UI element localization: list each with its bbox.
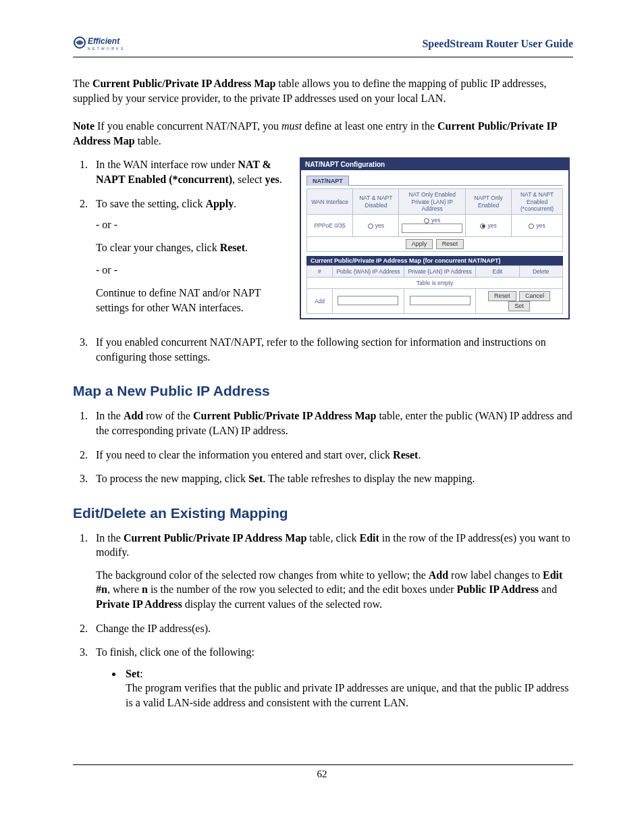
- heading-edit: Edit/Delete an Existing Mapping: [73, 505, 573, 521]
- doc-title: SpeedStream Router User Guide: [422, 38, 573, 50]
- nat-table: WAN Interface NAT & NAPT Disabled NAT On…: [306, 188, 563, 252]
- svg-text:N E T W O R K S: N E T W O R K S: [88, 47, 124, 51]
- edit-step-1: In the Current Public/Private IP Address…: [90, 531, 573, 612]
- page-number: 62: [0, 768, 644, 780]
- radio-concurrent[interactable]: yes: [512, 214, 563, 236]
- map-steps-list: In the Add row of the Current Public/Pri…: [73, 409, 573, 486]
- map-step-3: To process the new mapping, click Set. T…: [90, 471, 573, 486]
- add-label: Add: [307, 289, 333, 314]
- reset-button[interactable]: Reset: [436, 239, 464, 249]
- config-screenshot: NAT/NAPT Configuration NAT/NAPT WAN Inte…: [300, 157, 570, 319]
- map-section-title: Current Public/Private IP Address Map (f…: [306, 256, 563, 265]
- radio-disabled[interactable]: yes: [353, 214, 399, 236]
- page-header: Efficient N E T W O R K S SpeedStream Ro…: [73, 35, 573, 53]
- step-2: To save the setting, click Apply. - or -…: [90, 197, 282, 315]
- set-button[interactable]: Set: [508, 301, 530, 311]
- apply-button[interactable]: Apply: [406, 239, 433, 249]
- table-row: PPPoE 0/35 yes yes yes yes: [307, 214, 563, 236]
- steps-list-left: In the WAN interface row under NAT & NAP…: [73, 157, 282, 315]
- panel-title: NAT/NAPT Configuration: [301, 159, 568, 170]
- edit-step-2: Change the IP address(es).: [90, 621, 573, 636]
- step-1: In the WAN interface row under NAT & NAP…: [90, 157, 282, 186]
- intro-paragraph: The Current Public/Private IP Address Ma…: [73, 76, 573, 105]
- cancel-button[interactable]: Cancel: [519, 291, 550, 301]
- reset-button-2[interactable]: Reset: [488, 291, 516, 301]
- map-step-2: If you need to clear the information you…: [90, 448, 573, 463]
- private-ip-input-2[interactable]: [410, 296, 471, 305]
- logo: Efficient N E T W O R K S: [73, 35, 128, 53]
- radio-napt-only[interactable]: yes: [465, 214, 511, 236]
- map-step-1: In the Add row of the Current Public/Pri…: [90, 409, 573, 438]
- edit-steps-list: In the Current Public/Private IP Address…: [73, 531, 573, 710]
- note-paragraph: Note If you enable concurrent NAT/NAPT, …: [73, 119, 573, 148]
- header-rule: [73, 57, 573, 57]
- radio-nat-only[interactable]: yes: [399, 214, 466, 236]
- public-ip-input[interactable]: [338, 296, 398, 305]
- footer-rule: [73, 764, 573, 765]
- steps-list-continued: If you enabled concurrent NAT/NAPT, refe…: [73, 335, 573, 364]
- private-ip-input[interactable]: [402, 224, 462, 233]
- svg-text:Efficient: Efficient: [88, 36, 120, 46]
- empty-row: Table is empty: [307, 278, 563, 289]
- step-3: If you enabled concurrent NAT/NAPT, refe…: [90, 335, 573, 364]
- heading-map: Map a New Public IP Address: [73, 383, 573, 399]
- edit-step-3: To finish, click one of the following: S…: [90, 645, 573, 710]
- tab-natnapt[interactable]: NAT/NAPT: [306, 176, 349, 186]
- ip-map-table: # Public (WAN) IP Address Private (LAN) …: [306, 265, 563, 314]
- bullet-set: Set: The program verifies that the publi…: [123, 667, 573, 710]
